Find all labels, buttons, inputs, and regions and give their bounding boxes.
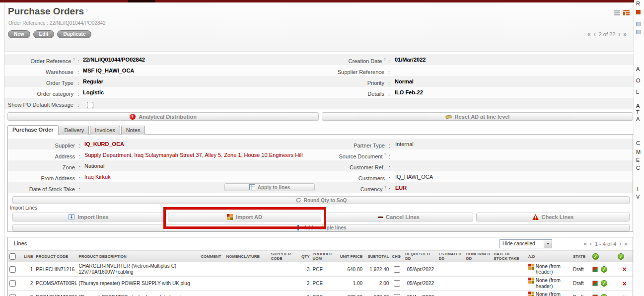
table-row[interactable]: 2 PCOMSATAT00RU (Thuraya repeater) POWER… [8,277,633,291]
help-icon[interactable]: ? [72,57,74,62]
check-lines-button[interactable]: Check Lines [476,213,630,222]
title-help-icon[interactable]: ? [85,8,87,13]
chg-checkbox[interactable] [394,280,400,287]
cell-product-uom: PCE [311,262,338,277]
import-ad-button[interactable]: Import AD [168,213,321,222]
lines-table: LINE PRODUCT CODE PRODUCT DESCRIPTION CO… [8,250,633,296]
col-ad[interactable]: A.D [527,251,572,262]
lines-pager-next-icon[interactable]: › [619,240,621,247]
row-select-checkbox[interactable] [9,280,16,287]
col-comment[interactable]: COMMENT [199,251,224,262]
col-unit-price[interactable]: UNIT PRICE [338,251,364,262]
col-product-description[interactable]: PRODUCT DESCRIPTION [77,251,199,262]
validate-all-icon[interactable]: ✓ [592,253,599,260]
pager-prev-icon[interactable]: ‹ [594,31,596,38]
col-product-uom[interactable]: PRODUCT UOM [311,251,338,262]
sidebar-letter: M [636,149,641,155]
col-product-code[interactable]: PRODUCT CODE [34,251,77,262]
delete-line-icon[interactable]: × [622,294,626,296]
creation-date-label: Creation Date?: [315,54,390,65]
lines-pager-prev-icon[interactable]: ‹ [590,240,592,247]
cell-nomenclature [224,262,269,277]
tab-invoices[interactable]: Invoices [90,126,120,135]
table-row[interactable]: 3 PCOMSATAT00RS (Thuraya) REPEATER singl… [8,291,633,296]
order-reference-subtitle: Order Reference : 22/NL/IQ01044/PO02842 [8,20,106,26]
col-state[interactable]: STATE [572,251,591,262]
help-icon[interactable]: ? [384,185,386,190]
ad-state-icon[interactable] [592,281,598,286]
col-estimated-dd[interactable]: ESTIMATED DD [437,251,465,262]
row-select-checkbox[interactable] [9,294,16,296]
lines-title: Lines [14,240,27,246]
col-supplier-code[interactable]: SUPPLIER CODE [270,251,296,262]
order-type-label: Order Type: [4,76,79,87]
cancel-lines-button[interactable]: Cancel Lines [324,213,473,222]
duplicate-button[interactable]: Duplicate [57,30,91,38]
sidebar-letter: T [636,186,640,192]
validate-line-icon[interactable]: ✓ [601,266,607,273]
help-icon[interactable]: ? [384,152,386,157]
sidebar-letter: C [636,165,640,171]
col-nomenclature[interactable]: NOMENCLATURE [224,251,269,262]
right-sidebar-clipped: R A O L A T A C M E C T V [634,0,644,296]
plus-icon [295,225,301,230]
from-address-value[interactable]: Iraq Kirkuk [84,171,316,182]
delete-line-icon[interactable]: × [622,265,626,273]
new-button[interactable]: New [8,30,30,38]
warning-circle-icon: ! [130,114,136,120]
pager-first-icon[interactable]: « [587,31,591,38]
cell-date-of-stock-take [492,277,527,291]
tab-purchase-order[interactable]: Purchase Order [7,125,59,135]
reset-ad-button[interactable]: Reset AD at line level [322,112,633,121]
lines-pager-first-icon[interactable]: « [583,240,587,247]
apply-to-lines-button[interactable]: Apply to lines [224,183,315,191]
currency-value[interactable]: EUR [395,182,633,193]
cell-state: Draft [572,277,591,291]
delete-line-icon[interactable]: × [622,280,626,288]
help-icon[interactable]: ? [383,57,385,62]
cell-requested-dd: 05/Apr/2022 [404,291,437,296]
ad-grid-icon[interactable] [528,292,534,296]
validate-line-icon[interactable]: ✓ [601,294,607,296]
list-view-icon[interactable] [614,10,620,15]
col-subtotal[interactable]: SUBTOTAL [364,251,390,262]
cell-product-code: PELECHIN71216 [34,262,77,277]
tab-notes[interactable]: Notes [121,126,145,135]
tab-delivery[interactable]: Delivery [60,126,89,135]
round-qty-to-soq-button[interactable]: Round Qty to SoQ [12,196,630,204]
col-confirmed-dd[interactable]: CONFIRMED DD [465,251,492,262]
import-lines-section-label: Import Lines [10,205,37,211]
col-qty[interactable]: QTY [296,251,311,262]
hide-cancelled-select[interactable]: Hide cancelled ▼ [500,239,552,248]
add-multiple-lines-button[interactable]: Add multiple lines [12,224,630,231]
pager-next-icon[interactable]: › [618,31,620,38]
chg-checkbox[interactable] [394,294,400,296]
ad-grid-icon[interactable] [528,264,534,270]
select-all-checkbox[interactable] [9,253,16,260]
col-line[interactable]: LINE [21,251,35,262]
partner-type-label: Partner Type: [316,139,390,149]
col-chg[interactable]: CHG [390,251,404,262]
col-date-of-stock-take[interactable]: DATE OF STOCK TAKE [492,251,527,262]
chg-checkbox[interactable] [394,266,400,273]
pager-last-icon[interactable]: » [623,31,627,38]
order-type-value: Regular [83,76,315,87]
row-select-checkbox[interactable] [9,266,16,273]
table-row[interactable]: 1 PELECHIN71216 CHARGER-INVERTER (Victro… [8,262,633,277]
cell-supplier-code [270,277,296,291]
show-po-default-message-checkbox[interactable] [87,102,93,108]
form-view-icon[interactable] [623,10,630,15]
ad-grid-icon[interactable] [528,278,534,284]
col-requested-dd[interactable]: REQUESTED DD [404,251,437,262]
confirm-all-icon[interactable]: ✓ [618,253,624,260]
cell-subtotal: 373.00 [364,291,390,296]
import-lines-button[interactable]: Import lines [12,213,165,222]
analytical-distribution-button[interactable]: ! Analytical Distribution [7,112,319,121]
lines-pager-last-icon[interactable]: » [624,240,628,247]
ad-state-icon[interactable] [592,267,598,272]
supplier-value[interactable]: IQ_KURD_OCA [84,139,316,149]
edit-button[interactable]: Edit [33,30,55,38]
validate-line-icon[interactable]: ✓ [601,280,607,287]
cell-unit-price: 640.80 [338,262,364,277]
sidebar-letter: R [636,0,640,6]
